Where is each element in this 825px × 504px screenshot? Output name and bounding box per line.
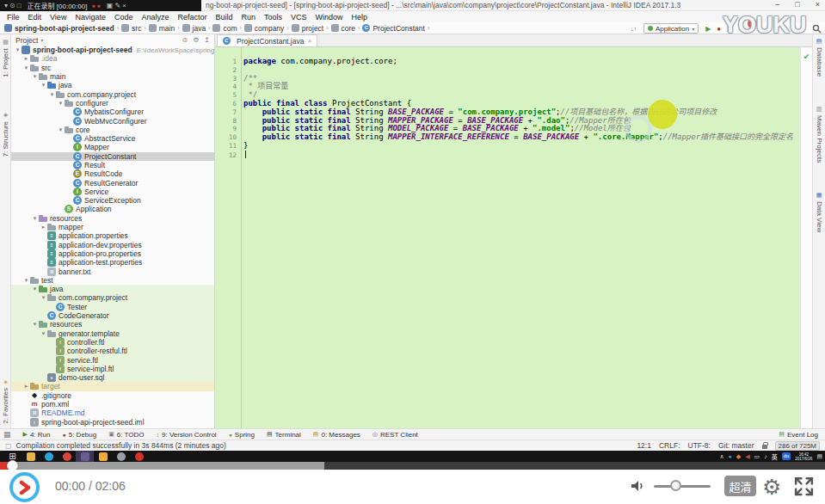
tree-row-java[interactable]: ▾java [11,285,214,293]
expand-icon[interactable]: ▾ [31,215,39,222]
tree-row-demo-user.sql[interactable]: sdemo-user.sql [11,373,214,382]
code-line[interactable]: 10 public static final String MAPPER_INT… [215,133,800,142]
menu-edit[interactable]: Edit [24,13,46,22]
menu-tools[interactable]: Tools [260,13,286,22]
tool-window-switcher-icon[interactable]: ▦ [3,430,11,439]
line-endings[interactable]: CRLF: [659,441,680,450]
toolstrip----favorites[interactable]: 2: Favorites★ [2,378,9,424]
breadcrumb-core[interactable]: core [331,24,356,33]
toolwindow-5--debug[interactable]: ●5: Debug [62,431,96,439]
tree-row-controller-restful.ftl[interactable]: fcontroller-restful.ftl [11,347,214,355]
tree-row-generator.template[interactable]: ▾generator.template [11,329,214,338]
panel-tool-icon[interactable]: ⚙ [193,36,199,44]
tree-row-java[interactable]: ▾java [11,81,214,89]
recorder-tool-icon[interactable]: □ [17,2,22,9]
tree-row-resources[interactable]: ▾resources [11,320,214,329]
code-line[interactable]: 2 [215,66,800,75]
tree-row-Result[interactable]: CResult [11,161,214,169]
breadcrumb-src[interactable]: src [121,24,141,33]
tree-row-pom.xml[interactable]: mpom.xml [11,400,214,409]
expand-icon[interactable]: ▾ [14,46,22,53]
tree-row-spring-boot-api-project-seed.iml[interactable]: ispring-boot-api-project-seed.iml [11,417,214,426]
expand-icon[interactable]: ▸ [40,224,47,230]
expand-icon[interactable]: ▾ [48,91,56,98]
toolwindow-4--run[interactable]: ▶4: Run [23,431,51,439]
tree-row-CodeGenerator[interactable]: CCodeGenerator [11,311,214,320]
baidu-ime-icon[interactable]: du [782,452,791,460]
toolstrip----project[interactable]: 1: Project▦ [2,39,9,77]
vcs-branch[interactable]: Git: master [718,441,754,450]
tree-row-Service[interactable]: IService [11,187,214,196]
menu-vcs[interactable]: VCS [286,13,311,22]
ime-language-indicator[interactable]: 英 [772,452,778,461]
toolstrip----structure[interactable]: 7: Structure◈ [2,112,9,157]
breadcrumb-main[interactable]: main [149,24,175,33]
menu-run[interactable]: Run [237,13,261,22]
menu-help[interactable]: Help [348,13,372,22]
panel-tool-icon[interactable]: ↥ [204,36,210,44]
tree-row-src[interactable]: ▾src [11,64,214,72]
breadcrumb-com[interactable]: com [212,24,237,33]
tree-row-resources[interactable]: ▾resources [11,214,214,223]
recorder-tool-icon[interactable]: ✎ [114,2,120,9]
tree-row-AbstractService[interactable]: CAbstractService [11,134,214,143]
tree-row-Mapper[interactable]: IMapper [11,143,214,151]
tree-row-controller.ftl[interactable]: fcontroller.ftl [11,338,214,347]
taskbar-app-6[interactable] [112,451,130,462]
toolstrip-maven-projects[interactable]: ▥Maven Projects [816,106,823,163]
tree-row-.idea[interactable]: ▸.idea [11,54,214,63]
toolbar-run-icon[interactable]: ● [717,25,721,33]
event-log-button[interactable]: ▤ Event Log [779,431,818,439]
tree-row-Tester[interactable]: CTester [11,303,214,311]
volume-slider[interactable] [654,485,711,488]
tree-row-service-impl.ftl[interactable]: fservice-impl.ftl [11,365,214,373]
menu-navigate[interactable]: Navigate [71,13,110,22]
tray-icon[interactable]: ♪ [764,453,767,459]
toolwindow-terminal[interactable]: ▤Terminal [267,431,301,439]
expand-icon[interactable]: ▾ [31,321,39,328]
toolstrip-data-view[interactable]: ▦Data View [816,192,823,232]
project-panel-header[interactable]: Project ▾ ⊙⚙↥ [11,34,214,46]
breadcrumb-project[interactable]: project [292,24,324,33]
toolwindow-0--messages[interactable]: ▤0: Messages [313,431,360,439]
tray-icon[interactable]: ▭ [754,453,760,460]
menu-view[interactable]: View [46,13,71,22]
tree-row-banner.txt[interactable]: ≣banner.txt [11,267,214,275]
tree-row-application-dev.properties[interactable]: ≡application-dev.properties [11,241,214,249]
breadcrumb-java[interactable]: java [182,24,206,33]
sort-icon[interactable]: ↓↑ [631,26,637,32]
toolwindow-9--version-control[interactable]: ↕9: Version Control [157,431,217,439]
toolwindow-6--todo[interactable]: ▣6: TODO [108,431,144,439]
quality-button[interactable]: 超清 [724,476,756,496]
code-line[interactable]: 1package com.company.project.core; [215,58,800,66]
taskbar-app-3[interactable] [58,451,76,462]
recorder-tool-icon[interactable]: ▣ [107,2,114,9]
menu-build[interactable]: Build [211,13,237,22]
player-progress-bar[interactable] [0,462,825,470]
tree-row-target[interactable]: ▸target [11,382,214,390]
tree-row-application.properties[interactable]: ≡application.properties [11,231,214,240]
expand-icon[interactable]: ▾ [40,82,47,89]
maximize-button[interactable]: □ [795,0,799,9]
close-button[interactable]: × [816,0,820,9]
expand-icon[interactable]: ▾ [40,294,47,301]
menu-code[interactable]: Code [110,13,138,22]
expand-icon[interactable]: ▸ [22,55,30,62]
tree-row-Application[interactable]: SApplication [11,205,214,213]
volume-icon[interactable] [630,479,645,496]
panel-tool-icon[interactable]: ⊙ [182,36,188,44]
tree-row-ProjectConstant[interactable]: CProjectConstant [11,152,214,161]
taskbar-app-5[interactable] [94,451,112,462]
tray-icon[interactable]: ◆ [736,453,741,460]
expand-icon[interactable]: ▾ [22,277,30,284]
tree-row-mapper[interactable]: ▸mapper [11,223,214,231]
menu-window[interactable]: Window [311,13,348,22]
breadcrumb-company[interactable]: company [244,24,285,33]
tree-row-com.company.project[interactable]: ▾com.company.project [11,89,214,98]
tray-icon[interactable]: ∧ [719,453,723,460]
expand-icon[interactable]: ▾ [22,65,30,71]
recorder-tool-icon[interactable]: ⊙ [9,2,15,9]
tree-row-.gitignore[interactable]: ◆.gitignore [11,391,214,400]
tab-projectconstant[interactable]: C ProjectConstant.java × [217,34,317,46]
recorder-tool-icon[interactable]: × [122,2,126,9]
